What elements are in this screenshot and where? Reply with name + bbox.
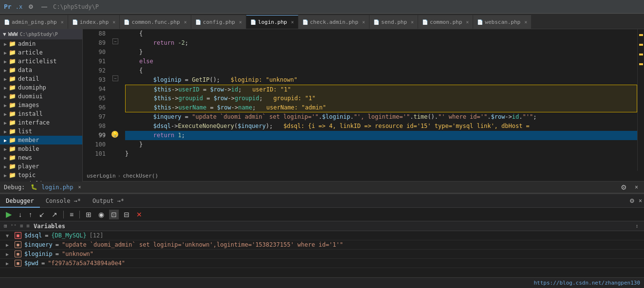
code-editor[interactable]: 88 89 90 91 92 93 94 95 96 97 98 99 100 … xyxy=(83,29,644,171)
ln-94: 94 xyxy=(83,85,110,94)
sidebar-item-data[interactable]: ▶ 📁 data xyxy=(0,66,82,74)
var-name-dsql: $dsql xyxy=(24,232,42,239)
line-numbers: 88 89 90 91 92 93 94 95 96 97 98 99 100 … xyxy=(83,29,110,171)
panel-settings[interactable]: ⚙ xyxy=(627,197,637,205)
folder-arrow-images: ▶ xyxy=(4,103,7,108)
debug-file-close[interactable]: × xyxy=(78,184,81,190)
breadcrumb-item-2[interactable]: checkUser() xyxy=(123,173,158,179)
var-eq-pwd: = xyxy=(41,260,45,267)
sidebar-item-member[interactable]: ▶ 📁 member xyxy=(0,136,82,144)
var-expand-dsql[interactable]: ▼ xyxy=(6,233,12,238)
url-text[interactable]: https://blog.csdn.net/zhangpen130 xyxy=(534,280,640,286)
sidebar-item-news[interactable]: ▶ 📁 news xyxy=(0,153,82,162)
tab-close-0[interactable]: × xyxy=(61,19,64,25)
sidebar-item-articlelist[interactable]: ▶ 📁 articlelist xyxy=(0,57,82,66)
tab-common[interactable]: 📄 common.php × xyxy=(418,15,473,29)
ln-90: 90 xyxy=(83,48,110,57)
sidebar-item-duomiui[interactable]: ▶ 📁 duomiui xyxy=(0,92,82,101)
debug-run-btn[interactable]: ▶ xyxy=(4,209,14,220)
tab-console[interactable]: Console →* xyxy=(40,194,87,208)
tab-debugger[interactable]: Debugger xyxy=(0,194,40,208)
var-extra-dsql: [12] xyxy=(90,232,104,239)
var-expand-all[interactable]: ↕ xyxy=(634,222,640,230)
folder-icon-images: 📁 xyxy=(9,102,16,108)
folder-icon-mobile: 📁 xyxy=(9,145,16,152)
debug-stop-btn[interactable]: ✕ xyxy=(134,210,144,219)
app-icon: Pr xyxy=(4,3,12,10)
folder-arrow-player: ▶ xyxy=(4,164,7,169)
tab-webscan[interactable]: 📄 webscan.php × xyxy=(473,15,532,29)
debug-file[interactable]: login.php xyxy=(41,184,73,191)
tab-common-func[interactable]: 📄 common.func.php × xyxy=(120,15,191,29)
code-content[interactable]: { return -2; } else { xyxy=(121,29,637,171)
sidebar-item-interface[interactable]: ▶ 📁 interface xyxy=(0,118,82,127)
tab-close-1[interactable]: × xyxy=(112,19,115,25)
folder-arrow-news: ▶ xyxy=(4,155,7,161)
debug-run-to-cursor-btn[interactable]: ↗ xyxy=(50,210,59,219)
folder-icon-article: 📁 xyxy=(9,49,16,56)
tab-close-5[interactable]: × xyxy=(362,19,365,25)
debug-step-out-btn[interactable]: ↙ xyxy=(37,210,47,219)
sidebar-item-list[interactable]: ▶ 📁 list xyxy=(0,127,82,136)
tab-bar: 📄 admin_ping.php × 📄 index.php × 📄 commo… xyxy=(0,14,644,29)
fold-93[interactable]: − xyxy=(112,75,118,81)
sidebar-item-install[interactable]: ▶ 📁 install xyxy=(0,109,82,118)
tab-close-7[interactable]: × xyxy=(466,19,469,25)
sidebar-item-duomiphp[interactable]: ▶ 📁 duomiphp xyxy=(0,83,82,92)
ln-101: 101 xyxy=(83,149,110,159)
folder-arrow-admin: ▶ xyxy=(4,41,7,47)
debug-step-into-btn[interactable]: ↑ xyxy=(27,210,34,219)
sidebar-item-detail[interactable]: ▶ 📁 detail xyxy=(0,74,82,83)
var-item-inquery: ▶ ■ $inquery = "update `duomi_admin` set… xyxy=(0,240,644,250)
sidebar-item-images[interactable]: ▶ 📁 images xyxy=(0,101,82,109)
debug-console-btn[interactable]: ⊟ xyxy=(122,210,131,219)
tab-config[interactable]: 📄 config.php × xyxy=(191,15,246,29)
sidebar-item-topic[interactable]: ▶ 📁 topic xyxy=(0,171,82,180)
debug-variables-btn[interactable]: ⊡ xyxy=(109,210,119,219)
tab-label-0: admin_ping.php xyxy=(12,19,57,25)
debug-close-btn[interactable]: × xyxy=(633,183,640,192)
debug-frames-btn[interactable]: ≡ xyxy=(68,210,75,219)
sidebar-item-player[interactable]: ▶ 📁 player xyxy=(0,162,82,171)
var-expand-inquery[interactable]: ▶ xyxy=(6,242,12,248)
sidebar-root-label: WWW xyxy=(8,31,18,37)
debug-settings[interactable]: ⚙ xyxy=(619,182,629,192)
folder-arrow-duomiui: ▶ xyxy=(4,94,7,99)
var-icon-str-inquery: ■ xyxy=(15,241,21,248)
code-line-88: { xyxy=(125,29,637,38)
tab-check-admin[interactable]: 📄 check.admin.php × xyxy=(298,15,369,29)
tab-icon-7: 📄 xyxy=(422,19,428,25)
tab-icon-0: 📄 xyxy=(4,19,10,25)
tab-label-3: config.php xyxy=(203,19,235,25)
fold-91[interactable]: − xyxy=(112,38,118,44)
var-expand-loginip[interactable]: ▶ xyxy=(6,252,12,257)
sidebar-item-admin[interactable]: ▶ 📁 admin xyxy=(0,39,82,48)
scrollbar-track[interactable] xyxy=(637,29,644,171)
tab-close-8[interactable]: × xyxy=(524,19,527,25)
tab-admin-ping[interactable]: 📄 admin_ping.php × xyxy=(0,15,68,29)
debug-watch-btn[interactable]: ⊞ xyxy=(84,210,93,219)
debug-step-over-btn[interactable]: ↓ xyxy=(17,210,24,219)
tab-close-4[interactable]: × xyxy=(291,19,294,25)
settings-btn[interactable]: ⚙ xyxy=(26,2,36,11)
tab-close-2[interactable]: × xyxy=(184,19,187,25)
tab-send[interactable]: 📄 send.php × xyxy=(369,15,418,29)
code-line-97: $inquery = "update `duomi admin` set log… xyxy=(125,112,637,122)
debug-evaluate-btn[interactable]: ◉ xyxy=(96,210,106,219)
var-expand-pwd[interactable]: ▶ xyxy=(6,261,12,266)
var-item-dsql: ▼ ■ $dsql = {DB_MySQL} [12] xyxy=(0,231,644,240)
tab-label-4: login.php xyxy=(258,19,287,25)
editor-area: 88 89 90 91 92 93 94 95 96 97 98 99 100 … xyxy=(83,29,644,181)
breadcrumb-item-1[interactable]: userLogin xyxy=(87,173,116,179)
var-icon-obj: ■ xyxy=(15,232,21,239)
minimize-btn[interactable]: — xyxy=(39,2,49,11)
sidebar-item-article[interactable]: ▶ 📁 article xyxy=(0,48,82,57)
tab-close-3[interactable]: × xyxy=(239,19,242,25)
tab-index[interactable]: 📄 index.php × xyxy=(68,15,120,29)
tab-output[interactable]: Output →* xyxy=(87,194,130,208)
var-val-inquery: "update `duomi_admin` set loginip='unkno… xyxy=(62,241,343,248)
tab-login[interactable]: 📄 login.php × xyxy=(246,15,298,29)
panel-close[interactable]: × xyxy=(637,197,644,205)
tab-close-6[interactable]: × xyxy=(411,19,414,25)
sidebar-item-mobile[interactable]: ▶ 📁 mobile xyxy=(0,144,82,153)
